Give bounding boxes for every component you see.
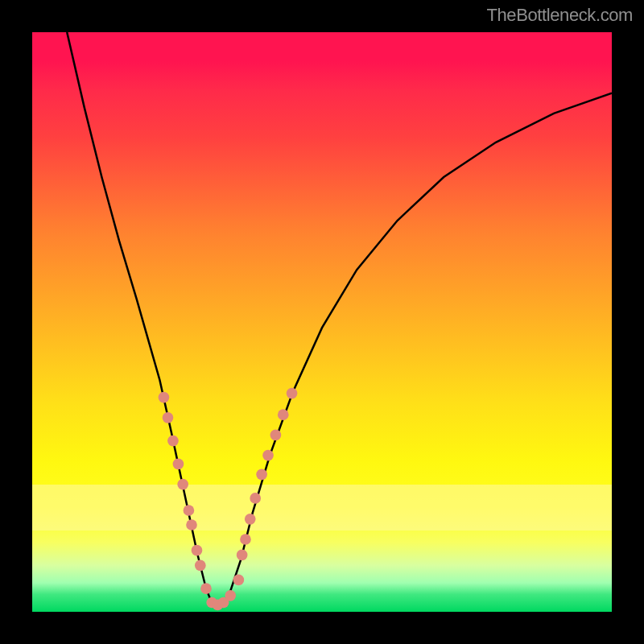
data-marker xyxy=(225,590,236,601)
data-marker xyxy=(177,479,188,490)
data-marker xyxy=(184,505,195,516)
marker-layer xyxy=(159,388,298,610)
data-marker xyxy=(233,575,244,586)
data-marker xyxy=(163,412,174,423)
data-marker xyxy=(278,409,289,420)
data-marker xyxy=(200,583,212,594)
curve-svg xyxy=(32,32,612,612)
data-marker xyxy=(287,388,298,399)
data-marker xyxy=(167,436,179,447)
data-marker xyxy=(262,450,274,461)
plot-area xyxy=(32,32,612,612)
data-marker xyxy=(195,560,206,572)
data-marker xyxy=(245,514,256,525)
data-marker xyxy=(237,550,248,561)
data-marker xyxy=(250,493,261,504)
data-marker xyxy=(173,459,184,470)
chart-stage: TheBottleneck.com xyxy=(0,0,644,644)
data-marker xyxy=(240,534,251,545)
data-marker xyxy=(256,469,267,481)
data-marker xyxy=(159,392,170,403)
watermark-text: TheBottleneck.com xyxy=(486,5,633,26)
bottleneck-curve xyxy=(67,32,612,606)
data-marker xyxy=(270,430,282,441)
data-marker xyxy=(192,545,203,556)
data-marker xyxy=(186,519,197,530)
